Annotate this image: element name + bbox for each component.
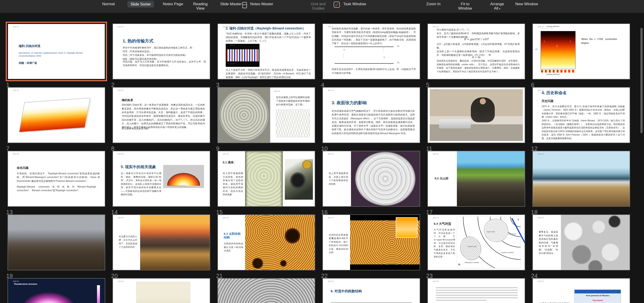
causeway-columns-photo: [8, 215, 105, 270]
slide-thumbnail-10[interactable]: 3. 表面张力的影响在自由液体表面与空气接触的情况下，浮力和表面张力效应也将在对…: [322, 87, 420, 152]
toolbar-slide-master-button[interactable]: Slide Master: [220, 2, 242, 6]
slide-thumbnail-25[interactable]: Thunderstorm structure进展汇报25: [8, 278, 105, 303]
slide-header: 进展汇报: [328, 280, 334, 282]
slide-thumbnail-16[interactable]: 有人用平底锅煮鸡蛋，水面上竟出现了六角形蜂巢形状的结构进展汇报16: [322, 151, 420, 216]
notes-master-icon: [242, 2, 247, 8]
slide-thumbnail-2[interactable]: 1. 热的传输方式早在中学的物理学教科书中，我们就知道热的传输有三种方式，即：传…: [112, 24, 210, 88]
slide-para: 但是它在运动过程中，又受到流体的黏滞力阻碍它向上运动。即：问题取决于浮力与黏滞力…: [332, 67, 416, 75]
slide-header: 进展汇报: [118, 90, 124, 92]
weather-cells-diagram: [457, 216, 521, 268]
toolbar-new-window-button[interactable]: New Window: [515, 2, 538, 6]
slide-para: 式中，g为重力加速度，α为热膨胀系数，ν为运动学黏滞系数，DT为热扩散系数。 这…: [436, 42, 520, 57]
slide-thumbnail-21[interactable]: 6.3 太阳米粒结构太阳的米粒结构也被认为是一种贝纳尔涡流进展汇报21: [218, 214, 315, 280]
task-window-checkbox[interactable]: ✓: [334, 2, 340, 8]
slide-caption: ● ●: [383, 47, 384, 51]
slide-title: 6. 对流中的耗散结构: [331, 289, 362, 294]
slide-para: 对流问题，似乎为人们所忽略，在大学物理中几乎没有地位，这并不公平，因为就原则而言…: [122, 60, 206, 67]
slide-formula: R = gαΔTd³ / νDT: [428, 38, 525, 41]
slide-thumbnail-12[interactable]: 4. 历史和命名历史问题1870 年，开尔文勋爵的哥哥、爱尔兰-苏格兰物理学家兼…: [532, 87, 630, 152]
slide-thumbnail-24[interactable]: 夏季多见、造成雷暴天气的积雨云就是局地对流旺盛发展的结果，气象预报常听到“雷雨胞…: [532, 214, 630, 280]
slide-thumbnail-6[interactable]: cooling element≀ ≀ ≀ ≀ ≀ ≀ ≀ ≀ ≀↓↑↓ΔThea…: [532, 24, 630, 88]
slide-title: 3. 表面张力的影响: [332, 100, 367, 106]
slide-para: 夏季多见、造成雷暴天气的积雨云就是局地对流旺盛发展的结果，气象预报常听到“雷雨胞…: [538, 230, 558, 255]
slide-thumbnail-22[interactable]: 任何时刻太阳表面都覆盖着约400万个米粒组织，每个米粒的大小约1500公里，寿命…: [322, 214, 420, 280]
slide-thumbnail-7[interactable]: 进展汇报7: [8, 87, 105, 152]
slide-heading: 6.1 液体:: [223, 161, 234, 164]
researcher-photo: [430, 89, 522, 141]
slide-thumbnail-4[interactable]: 由实验所表现的对流现象，显示的是一种突变，而不是渐变。给出的结果是加热导致有序，…: [322, 24, 420, 88]
toolbar-fit-to-window-button[interactable]: Fit to Window: [456, 2, 474, 10]
slide-title: 5. 现实中的相关现象: [121, 164, 156, 169]
slide-header: 进展汇报: [538, 280, 544, 282]
slide-thumbnail-5[interactable]: 浮力显然与温度差 ΔT = T₂ − T₁ 有关，且与二极间的距离d有关，同时顾…: [428, 24, 525, 88]
slide-header: 进展汇报: [433, 153, 438, 155]
slide-caption: ↑ ↑ ↑ ↑: [230, 44, 235, 47]
slide-caption: ΔT: [535, 48, 538, 51]
slide-caption: L: [518, 218, 519, 221]
slide-thumbnail-13[interactable]: 命名问题尽管如此，在现代用法中，“Rayleigh-Bénard convect…: [8, 151, 105, 216]
toolbar-notes-page-button[interactable]: Notes Page: [162, 2, 184, 6]
slide-thumbnail-11[interactable]: 进展汇报11: [428, 87, 525, 152]
toolbar-arrange-all-button[interactable]: Arrange All▾: [488, 2, 507, 11]
slide-thumbnail-26[interactable]: 进展汇报26: [112, 278, 210, 303]
slide-thumbnail-29[interactable]: 进展汇报29: [428, 278, 525, 303]
slide-caption: Cyclonic curvature: [501, 252, 514, 254]
slide-para: 在自由液面上则可以观察到反映了表面张力梯度效应的非常规则的六角形对流胞，见下图：: [276, 95, 310, 106]
slide-para: 1870 年，开尔文勋爵的哥哥、爱尔兰-苏格兰物理学家兼工程师詹姆斯·汤姆森（J…: [542, 105, 625, 119]
slide-thumbnail-1[interactable]: 瑞利-贝纳尔对流Mechanisms of extensive spatiote…: [8, 24, 105, 88]
mantle-convection-figure: [163, 165, 204, 188]
slide-thumbnail-28[interactable]: 6. 对流中的耗散结构进展汇报28: [322, 278, 420, 303]
slide-para: 浮力显然与温度差 ΔT = T₂ − T₁ 有关，且与二极间的距离d有关，同时顾…: [436, 28, 520, 39]
heating-flames-row: [541, 70, 575, 72]
toolbar-normal-button[interactable]: Normal: [102, 2, 115, 6]
slide-para: 早在中学的物理学教科书中，我们就知道热的传输有三种方式，即：: [122, 46, 204, 50]
toolbar-notes-master-button[interactable]: Notes Master: [250, 2, 273, 6]
unreadable-text-lines: [436, 286, 518, 302]
slide-para: When Ra > 1708, convection begins.: [581, 37, 617, 45]
slide-para: 传导（不牵涉物质的流动）； 对流（对于流体来说，有可能用对流的方式来作为热的传输…: [122, 50, 204, 61]
slide-header: 进展汇报: [433, 217, 438, 219]
slide-header: 进展汇报: [223, 26, 229, 28]
slide-caption: Open Cells: [487, 231, 495, 233]
chevron-down-icon: ▾: [499, 7, 500, 10]
slide-heading: 6.3 太阳米粒结构: [224, 232, 243, 240]
slide-header: 进展汇报: [13, 280, 19, 282]
slide-heading: 6.4 大气对流: [434, 222, 451, 226]
slide-thumbnail-9[interactable]: 在自由液面上则可以观察到反映了表面张力梯度效应的非常规则的六角形对流胞，见下图：…: [218, 87, 315, 152]
slide-header: 进展汇报: [538, 217, 544, 219]
slide-thumbnail-20[interactable]: 在北爱尔兰的巨人岬，在古代火山作用下，玄武岩形成了六边形的石柱进展汇报20: [112, 214, 210, 280]
slide-header: 进展汇报: [328, 90, 334, 92]
toolbar-zoom-in-button[interactable]: Zoom In: [426, 2, 440, 6]
toolbar-reading-view-button[interactable]: Reading View: [189, 2, 212, 10]
slide-thumbnail-19[interactable]: 进展汇报19: [8, 214, 105, 280]
slide-header: 进展汇报: [433, 280, 438, 282]
slide-thumbnail-8[interactable]: 熵的角度回到瑞利-贝纳尔系。这一体系由于温度梯度，热量从高到低流出去，一定的热量…: [112, 87, 210, 152]
slide-caption: ● ●: [342, 54, 344, 58]
slide-thumbnail-18[interactable]: 进展汇报18: [532, 151, 630, 216]
slide-heading: 熵的角度: [122, 98, 133, 102]
slide-caption: heating element: [546, 73, 559, 76]
slide-heading: 历史问题: [542, 99, 554, 103]
vertical-scrollbar-thumb[interactable]: [640, 28, 643, 133]
slide-para: 如果这个系统旋转起来了呢?: [540, 302, 578, 303]
slide-para: 有人用平底锅把椰子油加热，竟也神奇地出现了这样的形状。据说用平底锅均匀加热浓稠的…: [223, 172, 243, 196]
slide-header: 进展汇报: [538, 90, 544, 92]
toolbar-task-window-button[interactable]: Task Window: [343, 2, 366, 6]
slide-thumbnail-17[interactable]: 6.2 火山岩进展汇报17: [428, 151, 525, 216]
slide-header: 进展汇报: [223, 280, 229, 282]
slide-thumbnail-30[interactable]: 如果这个系统旋转起来了呢?New Journal of PhysicsVideo…: [532, 278, 630, 303]
unreadable-text-lines: [331, 300, 412, 303]
slide-header: 进展汇报: [274, 90, 280, 92]
giants-causeway-photo: [457, 151, 525, 206]
slide-thumbnail-23[interactable]: 6.4 大气对流大气对流层也是同理，对流会形成一个个云胞，又分“Open”和“C…: [428, 214, 525, 280]
marangoni-sketch: [276, 110, 310, 137]
slide-thumbnail-27[interactable]: 进展汇报27: [218, 278, 315, 303]
toolbar-slide-sorter-button[interactable]: Slide Sorter: [127, 1, 154, 8]
slide-thumbnail-14[interactable]: 5. 现实中的相关现象这一现象在日常生活中也经常可以看到，诸如，沸腾的汤锅，烟囱…: [112, 151, 210, 216]
toolbar-grid-and-guides-button[interactable]: Grid and Guides: [306, 2, 330, 10]
slide-header: 进展汇报: [13, 90, 19, 92]
slide-thumbnail-3[interactable]: 2. 瑞利-贝纳尔对流（Rayleigh–Bénard convection）“…: [218, 24, 315, 88]
slide-thumbnail-15[interactable]: 6.1 液体:有人用平底锅把椰子油加热，竟也神奇地出现了这样的形状。据说用平底锅…: [218, 151, 315, 216]
slide-header: 进展汇报: [328, 153, 334, 155]
slide-header: 进展汇报: [118, 153, 124, 155]
